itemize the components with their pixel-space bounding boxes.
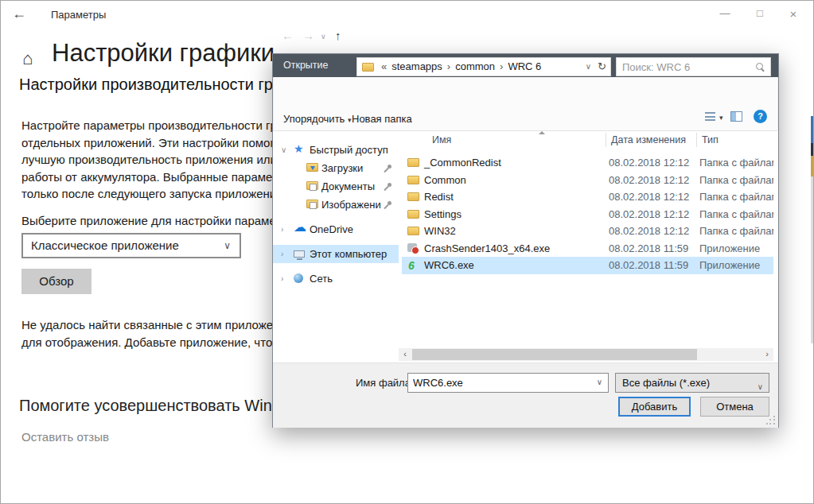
section-heading: Настройки производительности гр	[19, 76, 273, 94]
app-type-select[interactable]: Классическое приложение ∨	[21, 233, 241, 258]
caret-down-icon: ▾	[348, 116, 352, 124]
file-row[interactable]: Common08.02.2018 12:12Папка с файлам	[402, 172, 773, 189]
back-arrow-icon[interactable]: ←	[12, 6, 26, 22]
chevron-down-icon[interactable]: ∨	[597, 378, 602, 386]
background-window-sliver	[811, 116, 813, 143]
column-header-name[interactable]: Имя	[432, 134, 451, 145]
resize-grip[interactable]	[766, 416, 777, 426]
help-icon[interactable]: ?	[754, 110, 767, 123]
nav-forward-icon[interactable]: →	[302, 29, 314, 42]
chevron-collapsed-icon[interactable]: ›	[281, 220, 290, 238]
file-type: Папка с файлам	[699, 188, 773, 206]
address-bar[interactable]: «steamapps›common›WRC 6 ∨ ↻	[356, 57, 611, 76]
nav-history-chevron-icon[interactable]: ∨	[321, 33, 326, 41]
breadcrumb-separator-icon: ›	[497, 60, 506, 72]
breadcrumb-item[interactable]: common	[454, 60, 497, 72]
file-name: _CommonRedist	[424, 154, 501, 172]
breadcrumb-item[interactable]: steamapps	[390, 60, 444, 72]
search-box	[616, 57, 771, 76]
list-header: Имя Дата изменения Тип	[402, 131, 773, 149]
chevron-collapsed-icon[interactable]: ›	[281, 245, 290, 263]
address-chevron-icon[interactable]: ∨	[586, 58, 591, 76]
file-type: Папка с файлам	[699, 206, 773, 223]
file-row[interactable]: Settings08.02.2018 12:12Папка с файлам	[402, 206, 773, 223]
column-header-date[interactable]: Дата изменения	[611, 134, 686, 145]
filetype-select[interactable]: Все файлы (*.exe) ∨	[615, 373, 769, 393]
nav-back-icon[interactable]: ←	[282, 29, 294, 42]
file-date: 08.02.2018 11:59	[609, 240, 688, 258]
app-type-select-value: Классическое приложение	[31, 238, 179, 252]
file-type: Приложение	[699, 257, 760, 274]
scrollbar-thumb[interactable]	[412, 349, 697, 360]
close-button[interactable]: ×	[781, 7, 805, 21]
folder-icon	[407, 192, 419, 201]
filename-input[interactable]	[408, 374, 608, 392]
scroll-right-icon[interactable]: ›	[761, 348, 773, 361]
pin-icon	[384, 183, 391, 191]
file-row[interactable]: 6WRC6.exe08.02.2018 11:59Приложение	[402, 257, 773, 274]
pin-icon	[384, 165, 391, 173]
column-header-type[interactable]: Тип	[702, 134, 719, 145]
nav-tree: ∨★Быстрый доступЗагрузкиДокументыИзображ…	[273, 141, 399, 288]
file-row[interactable]: CrashSender1403_x64.exe08.02.2018 11:59П…	[402, 240, 773, 258]
file-row[interactable]: Redist08.02.2018 12:12Папка с файлам	[402, 188, 773, 206]
refresh-icon[interactable]: ↻	[598, 58, 606, 76]
search-input[interactable]	[617, 58, 770, 76]
folder-doc-icon	[306, 181, 318, 190]
tree-item-label: Сеть	[310, 269, 333, 288]
file-date: 08.02.2018 12:12	[609, 188, 689, 206]
browse-button[interactable]: Обзор	[21, 269, 92, 294]
page-title: Настройки графики	[52, 39, 275, 68]
file-type: Папка с файлам	[699, 223, 773, 240]
file-row[interactable]: _CommonRedist08.02.2018 12:12Папка с фай…	[402, 154, 773, 172]
tree-item-onedrive[interactable]: ›☁OneDrive	[273, 220, 399, 238]
tree-item-документы[interactable]: Документы	[273, 177, 399, 196]
preview-pane-icon[interactable]	[730, 111, 742, 122]
tree-item-сеть[interactable]: ›Сеть	[273, 269, 399, 288]
filename-combo: ∨	[407, 373, 609, 393]
chevron-collapsed-icon[interactable]: ›	[281, 269, 290, 288]
file-date: 08.02.2018 12:12	[609, 154, 689, 172]
new-folder-button[interactable]: Новая папка	[352, 113, 412, 125]
app-wrc6-icon: 6	[408, 258, 415, 275]
breadcrumb-separator-icon: ›	[444, 60, 454, 72]
view-mode-chevron-icon[interactable]: ▾	[719, 114, 723, 122]
pin-icon	[384, 201, 391, 209]
file-type: Папка с файлам	[699, 172, 773, 189]
breadcrumb-collapse-icon[interactable]: «	[378, 60, 390, 72]
home-icon: ⌂	[22, 48, 33, 69]
folder-icon	[407, 210, 419, 219]
tree-item-label: Загрузки	[321, 159, 363, 177]
folder-img-icon	[306, 200, 318, 208]
file-date: 08.02.2018 11:59	[609, 257, 688, 274]
file-name: Settings	[424, 206, 462, 223]
file-row[interactable]: WIN3208.02.2018 12:12Папка с файлам	[402, 223, 773, 240]
chevron-expanded-icon[interactable]: ∨	[281, 141, 290, 159]
app-crash-icon	[407, 243, 417, 252]
add-button[interactable]: Добавить	[618, 397, 691, 417]
cancel-button[interactable]: Отмена	[700, 397, 769, 417]
chevron-down-icon: ∨	[758, 378, 763, 396]
tree-item-изображени[interactable]: Изображени	[273, 196, 399, 214]
scroll-left-icon[interactable]: ‹	[399, 348, 411, 361]
window-title: Параметры	[51, 9, 106, 21]
breadcrumb-item[interactable]: WRC 6	[506, 60, 543, 72]
minimize-button[interactable]: —	[713, 7, 737, 19]
tree-item-label: Быстрый доступ	[310, 141, 388, 159]
file-name: WIN32	[424, 223, 456, 240]
tree-item-быстрый-доступ[interactable]: ∨★Быстрый доступ	[273, 141, 399, 159]
feedback-link[interactable]: Оставить отзыв	[21, 430, 109, 444]
organize-label: Упорядочить	[283, 113, 345, 125]
organize-menu[interactable]: Упорядочить ▾	[283, 113, 352, 125]
tree-item-загрузки[interactable]: Загрузки	[273, 159, 399, 177]
file-name: Redist	[424, 188, 454, 206]
nav-up-icon[interactable]: ↑	[335, 29, 341, 42]
horizontal-scrollbar[interactable]: ‹ ›	[399, 348, 773, 361]
chevron-down-icon: ∨	[224, 235, 231, 257]
tree-item-этот-компьютер[interactable]: ›Этот компьютер	[273, 245, 399, 263]
screen: ← Параметры — □ × ⌂ Настройки графики На…	[0, 0, 814, 504]
view-mode-icon[interactable]	[705, 112, 715, 122]
maximize-button[interactable]: □	[748, 7, 772, 19]
file-date: 08.02.2018 12:12	[609, 206, 689, 223]
notfound-paragraph: Не удалось найти связанные с этим прилож…	[21, 316, 279, 351]
